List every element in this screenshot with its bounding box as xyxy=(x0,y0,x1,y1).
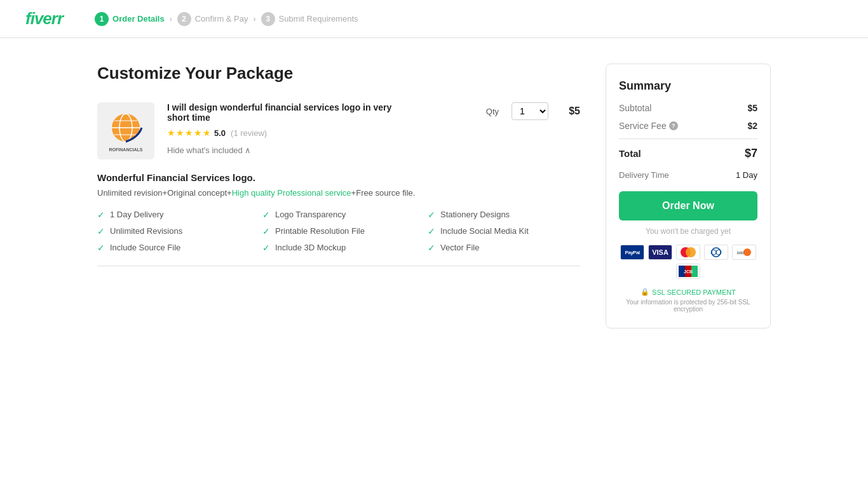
order-now-button[interactable]: Order Now xyxy=(619,191,757,220)
service-fee-value: $2 xyxy=(747,121,757,131)
feature-label: Include 3D Mockup xyxy=(275,243,346,252)
step-1[interactable]: 1 Order Details xyxy=(95,12,165,26)
feature-label: Include Source File xyxy=(110,243,180,252)
ssl-text: 🔒 SSL SECURED PAYMENT xyxy=(619,288,757,296)
step-3-num: 3 xyxy=(261,12,275,26)
feature-item: ✓ Stationery Designs xyxy=(428,210,580,220)
breadcrumb: 1 Order Details › 2 Confirm & Pay › 3 Su… xyxy=(95,12,358,26)
step-2-num: 2 xyxy=(177,12,191,26)
check-icon: ✓ xyxy=(97,243,105,253)
check-icon: ✓ xyxy=(428,210,435,220)
feature-label: Logo Transparency xyxy=(275,210,346,219)
feature-item: ✓ Include Social Media Kit xyxy=(428,226,580,236)
discover-icon: DISC xyxy=(732,245,756,260)
check-icon: ✓ xyxy=(97,210,105,220)
step-2[interactable]: 2 Confirm & Pay xyxy=(177,12,248,26)
feature-item: ✓ Printable Resolution File xyxy=(262,226,415,236)
feature-label: Stationery Designs xyxy=(440,210,510,219)
delivery-label: Delivery Time xyxy=(619,170,669,180)
product-price: $5 xyxy=(561,105,580,117)
step-3-label: Submit Requirements xyxy=(279,14,358,24)
lock-icon: 🔒 xyxy=(641,288,649,296)
stars-icon: ★★★★★ xyxy=(167,128,212,138)
svg-text:ROFINANCIALS: ROFINANCIALS xyxy=(109,147,143,152)
total-row: Total $7 xyxy=(619,147,757,160)
subtotal-row: Subtotal $5 xyxy=(619,103,757,113)
feature-label: 1 Day Delivery xyxy=(110,210,164,219)
total-value: $7 xyxy=(745,147,757,160)
qty-select[interactable]: 1 2 3 xyxy=(512,102,548,120)
description-text: Unlimited revision+Original concept+High… xyxy=(97,187,580,200)
features-grid: ✓ 1 Day Delivery ✓ Logo Transparency ✓ S… xyxy=(97,210,580,253)
sidebar: Summary Subtotal $5 Service Fee ? $2 Tot… xyxy=(606,64,771,329)
ssl-section: 🔒 SSL SECURED PAYMENT Your information i… xyxy=(619,288,757,313)
feature-item: ✓ Include 3D Mockup xyxy=(262,243,415,253)
feature-item: ✓ Include Source File xyxy=(97,243,250,253)
help-icon[interactable]: ? xyxy=(669,121,678,130)
product-rating: ★★★★★ 5.0 (1 review) xyxy=(167,128,473,138)
rating-value: 5.0 xyxy=(214,128,226,138)
summary-divider xyxy=(619,139,757,139)
description-section: Wonderful Financial Services logo. Unlim… xyxy=(97,172,580,200)
feature-label: Printable Resolution File xyxy=(275,226,365,236)
qty-price-container: Qty 1 2 3 $5 xyxy=(486,102,580,120)
subtotal-label: Subtotal xyxy=(619,103,651,113)
logo[interactable]: fiverr xyxy=(25,9,63,29)
product-details: I will design wonderful financial servic… xyxy=(167,102,473,155)
product-card: ROFINANCIALS I will design wonderful fin… xyxy=(97,102,580,159)
desc-green: High quality Professional service xyxy=(232,188,351,198)
visa-icon: VISA xyxy=(648,245,672,260)
service-fee-label-group: Service Fee ? xyxy=(619,121,678,131)
payment-icons: PayPal VISA xyxy=(619,245,757,279)
desc-regular: Unlimited revision+Original concept+ xyxy=(97,188,232,198)
feature-item: ✓ Logo Transparency xyxy=(262,210,415,220)
page-title: Customize Your Package xyxy=(97,64,580,83)
jcb-icon: JCB xyxy=(676,264,700,279)
product-image: ROFINANCIALS xyxy=(97,102,154,159)
content-area: Customize Your Package ROFINANCIALS xyxy=(97,64,580,279)
feature-label: Unlimited Revisions xyxy=(110,226,182,236)
charge-notice: You won't be charged yet xyxy=(619,227,757,236)
delivery-row: Delivery Time 1 Day xyxy=(619,170,757,180)
step-1-num: 1 xyxy=(95,12,109,26)
qty-label: Qty xyxy=(486,107,499,116)
check-icon: ✓ xyxy=(262,243,270,253)
feature-item: ✓ Vector File xyxy=(428,243,580,253)
svg-text:DISC: DISC xyxy=(737,251,745,255)
chevron-icon-1: › xyxy=(170,15,172,24)
check-icon: ✓ xyxy=(262,210,270,220)
total-label: Total xyxy=(619,148,641,159)
summary-box: Summary Subtotal $5 Service Fee ? $2 Tot… xyxy=(606,64,771,329)
ssl-sub: Your information is protected by 256-bit… xyxy=(619,299,757,313)
content-divider xyxy=(97,266,580,266)
chevron-icon-2: › xyxy=(254,15,256,24)
svg-text:JCB: JCB xyxy=(684,269,693,274)
hide-link[interactable]: Hide what's included ∧ xyxy=(167,146,251,155)
subtotal-value: $5 xyxy=(747,103,757,113)
delivery-value: 1 Day xyxy=(736,170,757,180)
main-content: Customize Your Package ROFINANCIALS xyxy=(85,38,783,354)
diners-icon xyxy=(704,245,728,260)
feature-label: Vector File xyxy=(440,243,479,252)
header: fiverr 1 Order Details › 2 Confirm & Pay… xyxy=(0,0,868,38)
step-1-label: Order Details xyxy=(112,14,165,24)
ssl-label: SSL SECURED PAYMENT xyxy=(652,288,736,296)
service-fee-label: Service Fee xyxy=(619,121,667,131)
desc-plus: +Free source file. xyxy=(351,188,416,198)
feature-label: Include Social Media Kit xyxy=(440,226,529,236)
feature-item: ✓ Unlimited Revisions xyxy=(97,226,250,236)
step-3[interactable]: 3 Submit Requirements xyxy=(261,12,358,26)
service-fee-row: Service Fee ? $2 xyxy=(619,121,757,131)
svg-point-7 xyxy=(686,247,696,257)
check-icon: ✓ xyxy=(262,226,270,236)
feature-item: ✓ 1 Day Delivery xyxy=(97,210,250,220)
review-count: (1 review) xyxy=(231,128,267,138)
mastercard-icon xyxy=(676,245,700,260)
check-icon: ✓ xyxy=(428,243,435,253)
check-icon: ✓ xyxy=(97,226,105,236)
description-title: Wonderful Financial Services logo. xyxy=(97,172,580,183)
check-icon: ✓ xyxy=(428,226,435,236)
product-title: I will design wonderful financial servic… xyxy=(167,102,409,123)
summary-title: Summary xyxy=(619,79,757,93)
step-2-label: Confirm & Pay xyxy=(195,14,248,24)
